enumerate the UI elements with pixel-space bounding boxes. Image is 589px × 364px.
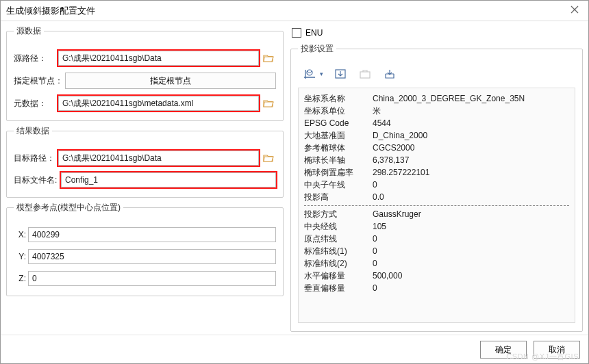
property-value: 0.0 (373, 191, 569, 203)
property-value: 6,378,137 (373, 154, 569, 166)
specify-root-button[interactable]: 指定根节点 (65, 73, 276, 89)
property-value: 0 (373, 245, 569, 257)
property-key: 中央子午线 (304, 179, 373, 191)
group-reference-legend: 模型参考点(模型中心点位置) (14, 202, 123, 213)
property-row: 标准纬线(2)0 (304, 257, 569, 270)
folder-open-icon[interactable] (261, 96, 276, 111)
property-value: GaussKruger (373, 208, 569, 220)
x-input[interactable]: 400299 (28, 227, 276, 242)
z-input[interactable]: 0 (28, 271, 276, 286)
property-key: 投影高 (304, 191, 373, 203)
x-label: X: (14, 230, 26, 239)
property-value: 500,000 (373, 270, 569, 282)
property-key: 椭球倒置扁率 (304, 166, 373, 179)
property-row: 椭球倒置扁率298.257222101 (304, 166, 569, 179)
property-key: 参考椭球体 (304, 142, 373, 154)
property-key: 坐标系单位 (304, 105, 373, 117)
source-path-input[interactable]: G:\成果\20210411sgb\Data (58, 51, 259, 66)
property-row: 原点纬线0 (304, 233, 569, 245)
projection-toolbar: ▾ (298, 62, 575, 88)
property-row: 投影高0.0 (304, 191, 569, 203)
export-projection-icon (358, 67, 373, 81)
property-value: 0 (373, 179, 569, 191)
target-file-input[interactable]: Config_1 (61, 172, 276, 187)
y-label: Y: (14, 252, 26, 261)
property-row: 中央经线105 (304, 220, 569, 233)
group-result: 结果数据 目标路径： G:\成果\20210411sgb\Data 目标文件名:… (6, 125, 284, 198)
target-file-label: 目标文件名: (14, 174, 59, 186)
property-row: 中央子午线0 (304, 179, 569, 191)
property-row: 标准纬线(1)0 (304, 245, 569, 257)
folder-open-icon[interactable] (261, 51, 276, 66)
property-row: 水平偏移量500,000 (304, 270, 569, 282)
property-row: 椭球长半轴6,378,137 (304, 154, 569, 166)
property-value: 0 (373, 282, 569, 294)
divider (304, 205, 569, 206)
property-value: 105 (373, 220, 569, 233)
source-path-label: 源路径： (14, 53, 56, 64)
metadata-label: 元数据： (14, 98, 56, 109)
property-value: 0 (373, 233, 569, 245)
property-key: 椭球长半轴 (304, 154, 373, 166)
target-path-label: 目标路径： (14, 153, 56, 164)
property-key: 标准纬线(2) (304, 257, 373, 270)
chevron-down-icon[interactable]: ▾ (320, 70, 323, 77)
property-row: 垂直偏移量0 (304, 282, 569, 294)
dialog-window: 生成倾斜摄影配置文件 源数据 源路径： G:\成果\20210411sgb\Da… (0, 0, 589, 364)
group-source-legend: 源数据 (14, 25, 44, 37)
z-label: Z: (14, 274, 26, 283)
target-path-input[interactable]: G:\成果\20210411sgb\Data (58, 151, 259, 166)
property-value: CGCS2000 (373, 142, 569, 154)
import-projection-icon[interactable] (333, 67, 348, 81)
property-key: 中央经线 (304, 220, 373, 233)
y-input[interactable]: 4007325 (28, 249, 276, 264)
property-value: 米 (373, 105, 569, 117)
enu-checkbox[interactable] (292, 28, 301, 38)
property-key: 水平偏移量 (304, 270, 373, 282)
ok-button[interactable]: 确定 (480, 341, 527, 359)
property-row: 参考椭球体CGCS2000 (304, 142, 569, 154)
property-row: 坐标系单位米 (304, 105, 569, 117)
property-value: China_2000_3_DEGREE_GK_Zone_35N (373, 92, 569, 105)
property-key: EPSG Code (304, 117, 373, 129)
group-projection: 投影设置 ▾ 坐标系名 (290, 43, 583, 332)
property-value: 298.257222101 (373, 166, 569, 179)
property-key: 垂直偏移量 (304, 282, 373, 294)
property-row: 坐标系名称China_2000_3_DEGREE_GK_Zone_35N (304, 92, 569, 105)
svg-rect-2 (360, 72, 370, 78)
property-key: 坐标系名称 (304, 92, 373, 105)
root-node-label: 指定根节点： (14, 75, 63, 87)
property-key: 大地基准面 (304, 129, 373, 142)
property-key: 标准纬线(1) (304, 245, 373, 257)
group-source: 源数据 源路径： G:\成果\20210411sgb\Data 指定根节点： 指… (6, 25, 284, 121)
group-projection-legend: 投影设置 (298, 43, 336, 55)
cancel-button[interactable]: 取消 (534, 341, 580, 359)
property-value: 4544 (373, 117, 569, 129)
enu-label: ENU (305, 28, 323, 38)
projection-properties: 坐标系名称China_2000_3_DEGREE_GK_Zone_35N坐标系单… (298, 88, 575, 323)
close-icon[interactable] (566, 5, 583, 16)
property-row: 投影方式GaussKruger (304, 208, 569, 220)
property-key: 投影方式 (304, 208, 373, 220)
property-row: EPSG Code4544 (304, 117, 569, 129)
property-key: 原点纬线 (304, 233, 373, 245)
coordinate-system-icon[interactable] (302, 67, 317, 81)
property-value: 0 (373, 257, 569, 270)
folder-open-icon[interactable] (261, 151, 276, 166)
property-value: D_China_2000 (373, 129, 569, 142)
save-projection-icon[interactable] (382, 67, 397, 81)
titlebar: 生成倾斜摄影配置文件 (1, 1, 588, 21)
group-reference: 模型参考点(模型中心点位置) X: 400299 Y: 4007325 Z: 0 (6, 202, 284, 296)
metadata-input[interactable]: G:\成果\20210411sgb\metadata.xml (58, 96, 259, 111)
dialog-footer: 确定 取消 (1, 335, 588, 363)
dialog-title: 生成倾斜摄影配置文件 (6, 5, 566, 17)
group-result-legend: 结果数据 (14, 125, 52, 137)
property-row: 大地基准面D_China_2000 (304, 129, 569, 142)
